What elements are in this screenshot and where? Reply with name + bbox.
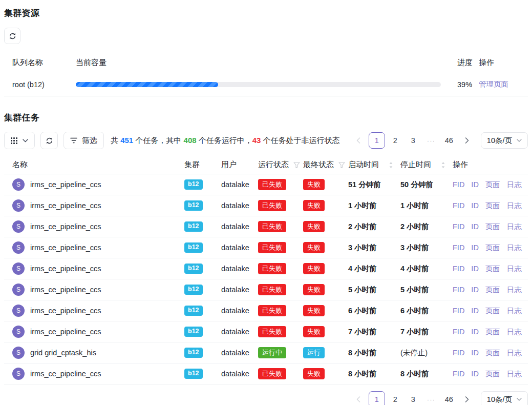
row-action-fid[interactable]: FID xyxy=(453,307,464,315)
row-action-page[interactable]: 页面 xyxy=(485,201,500,211)
row-action-page[interactable]: 页面 xyxy=(485,285,500,295)
row-action-id[interactable]: ID xyxy=(471,180,479,189)
avatar: S xyxy=(12,284,25,296)
row-action-fid[interactable]: FID xyxy=(453,222,464,231)
row-action-fid[interactable]: FID xyxy=(453,349,464,357)
page-size-select[interactable]: 10条/页 xyxy=(481,391,528,405)
row-action-id[interactable]: ID xyxy=(471,328,479,336)
tasks-table-header: 名称 集群 用户 运行状态 最终状态 启动时间 xyxy=(4,156,528,174)
task-name: irms_ce_pipeline_ccs xyxy=(30,244,101,252)
row-action-page[interactable]: 页面 xyxy=(485,327,500,337)
task-name: irms_ce_pipeline_ccs xyxy=(30,222,101,231)
stop-time: 3 小时前 xyxy=(400,243,453,253)
page-button-3[interactable]: 3 xyxy=(406,392,421,405)
tasks-refresh-button[interactable] xyxy=(40,132,58,149)
row-action-id[interactable]: ID xyxy=(471,244,479,252)
row-action-page[interactable]: 页面 xyxy=(485,243,500,253)
task-name-cell: S irms_ce_pipeline_ccs xyxy=(4,199,184,212)
avatar: S xyxy=(12,347,25,359)
row-action-log[interactable]: 日志 xyxy=(507,306,522,316)
row-action-log[interactable]: 日志 xyxy=(507,369,522,379)
column-settings-dropdown-button[interactable] xyxy=(4,132,35,149)
row-action-log[interactable]: 日志 xyxy=(507,180,522,190)
row-action-id[interactable]: ID xyxy=(471,201,479,210)
row-action-log[interactable]: 日志 xyxy=(507,201,522,211)
page-button-2[interactable]: 2 xyxy=(388,133,403,148)
row-action-id[interactable]: ID xyxy=(471,349,479,357)
manage-page-link[interactable]: 管理页面 xyxy=(479,79,528,89)
row-action-fid[interactable]: FID xyxy=(453,370,464,378)
row-action-fid[interactable]: FID xyxy=(453,244,464,252)
cluster-cell: b12 xyxy=(184,369,221,379)
cluster-badge: b12 xyxy=(184,348,203,358)
row-action-page[interactable]: 页面 xyxy=(485,264,500,274)
row-action-id[interactable]: ID xyxy=(471,370,479,378)
run-status-badge: 已失败 xyxy=(258,284,286,295)
row-action-id[interactable]: ID xyxy=(471,222,479,231)
start-time: 2 小时前 xyxy=(348,222,400,232)
row-action-fid[interactable]: FID xyxy=(453,328,464,336)
row-action-log[interactable]: 日志 xyxy=(507,243,522,253)
filter-button[interactable]: 筛选 xyxy=(63,132,104,149)
page-ellipsis[interactable]: ··· xyxy=(423,133,439,148)
run-status-cell: 已失败 xyxy=(258,263,303,274)
row-action-log[interactable]: 日志 xyxy=(507,348,522,358)
row-action-page[interactable]: 页面 xyxy=(485,306,500,316)
row-action-log[interactable]: 日志 xyxy=(507,285,522,295)
tasks-toolbar: 筛选 共 451 个任务，其中 408 个任务运行中，43 个任务处于非运行状态… xyxy=(4,132,528,149)
row-action-fid[interactable]: FID xyxy=(453,201,464,210)
col-header-action: 操作 xyxy=(479,58,528,68)
page-size-select[interactable]: 10条/页 xyxy=(481,132,528,149)
resources-section-title: 集群资源 xyxy=(4,7,528,19)
prev-page-icon[interactable] xyxy=(351,133,366,148)
row-action-id[interactable]: ID xyxy=(471,286,479,294)
row-action-page[interactable]: 页面 xyxy=(485,180,500,190)
row-action-log[interactable]: 日志 xyxy=(507,327,522,337)
page-size-value: 10条/页 xyxy=(487,395,512,404)
row-action-log[interactable]: 日志 xyxy=(507,264,522,274)
table-row: S irms_ce_pipeline_ccs b12 datalake 已失败 … xyxy=(4,237,528,258)
col-header-stop-time: 停止时间 xyxy=(400,160,453,170)
page-button-1[interactable]: 1 xyxy=(369,132,385,149)
filter-funnel-icon[interactable] xyxy=(293,162,300,168)
run-status-badge: 已失败 xyxy=(258,263,286,274)
row-action-id[interactable]: ID xyxy=(471,265,479,273)
page-button-3[interactable]: 3 xyxy=(406,133,421,148)
start-time: 8 小时前 xyxy=(348,348,400,358)
row-action-page[interactable]: 页面 xyxy=(485,222,500,232)
page-button-last[interactable]: 46 xyxy=(441,392,457,405)
final-status-cell: 失败 xyxy=(303,200,348,211)
filter-funnel-icon[interactable] xyxy=(338,162,345,168)
row-action-log[interactable]: 日志 xyxy=(507,222,522,232)
run-status-badge: 已失败 xyxy=(258,242,286,253)
final-status-badge: 失败 xyxy=(303,326,325,337)
prev-page-icon[interactable] xyxy=(351,392,366,405)
cluster-badge: b12 xyxy=(184,264,203,274)
row-action-fid[interactable]: FID xyxy=(453,180,464,189)
refresh-icon xyxy=(46,137,53,145)
next-page-icon[interactable] xyxy=(459,392,475,405)
row-action-fid[interactable]: FID xyxy=(453,265,464,273)
page-button-1[interactable]: 1 xyxy=(369,391,385,405)
row-action-page[interactable]: 页面 xyxy=(485,369,500,379)
sort-carets-icon[interactable] xyxy=(441,161,445,169)
sort-carets-icon[interactable] xyxy=(389,161,393,169)
stop-time: 8 小时前 xyxy=(400,369,453,379)
row-action-page[interactable]: 页面 xyxy=(485,348,500,358)
task-name: irms_ce_pipeline_ccs xyxy=(30,286,101,294)
cluster-cell: b12 xyxy=(184,200,221,211)
start-time: 8 小时前 xyxy=(348,369,400,379)
run-status-badge: 已失败 xyxy=(258,368,286,379)
final-status-badge: 失败 xyxy=(303,368,325,379)
page-ellipsis[interactable]: ··· xyxy=(423,392,439,405)
resources-refresh-button[interactable] xyxy=(4,28,20,44)
run-status-cell: 已失败 xyxy=(258,200,303,211)
run-status-badge: 已失败 xyxy=(258,326,286,337)
page-button-2[interactable]: 2 xyxy=(388,392,403,405)
page-button-last[interactable]: 46 xyxy=(441,133,457,148)
table-row: S irms_ce_pipeline_ccs b12 datalake 已失败 … xyxy=(4,195,528,216)
cluster-cell: b12 xyxy=(184,242,221,253)
row-action-id[interactable]: ID xyxy=(471,307,479,315)
next-page-icon[interactable] xyxy=(459,133,475,148)
row-action-fid[interactable]: FID xyxy=(453,286,464,294)
